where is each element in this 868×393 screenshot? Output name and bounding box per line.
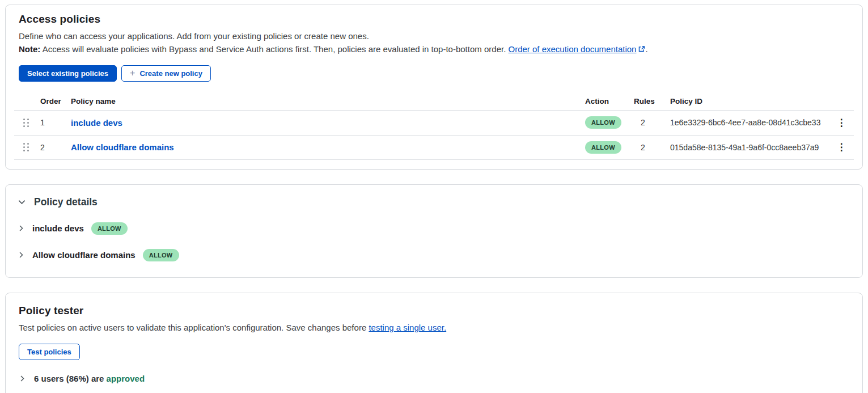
column-header-policy-id: Policy ID — [670, 97, 829, 105]
table-row: 1 include devs ALLOW 2 1e6e3329-6bc6-4ee… — [14, 110, 854, 135]
column-header-action: Action — [585, 97, 634, 105]
policy-id-value: 015da58e-8135-49a1-9a6f-0cc8aeeb37a9 — [670, 143, 829, 152]
select-existing-policies-button[interactable]: Select existing policies — [19, 65, 117, 82]
tester-result-row[interactable]: 6 users (86%) are approved — [19, 374, 854, 383]
create-new-policy-label: Create new policy — [139, 70, 202, 77]
test-policies-button[interactable]: Test policies — [19, 344, 80, 360]
policy-detail-row[interactable]: include devs ALLOW — [18, 222, 854, 235]
action-badge: ALLOW — [143, 249, 179, 261]
policy-details-card: Policy details include devs ALLOW Allow … — [5, 184, 863, 278]
rules-count: 2 — [634, 118, 670, 127]
external-link-icon — [638, 43, 645, 56]
access-policies-note: Note: Access will evaluate policies with… — [19, 43, 854, 56]
order-value: 2 — [40, 143, 71, 152]
tester-toolbar: Test policies — [19, 344, 854, 360]
policy-detail-name: Allow cloudflare domains — [32, 250, 136, 260]
policies-table: Order Policy name Action Rules Policy ID… — [14, 93, 854, 160]
policies-table-header: Order Policy name Action Rules Policy ID — [14, 93, 854, 110]
chevron-right-icon — [18, 225, 25, 232]
access-policies-description: Define who can access your applications.… — [19, 29, 854, 43]
policy-tester-card: Policy tester Test policies on active us… — [5, 293, 863, 393]
order-value: 1 — [40, 118, 71, 127]
page-title: Access policies — [19, 13, 854, 26]
policy-details-toggle[interactable]: Policy details — [18, 196, 854, 208]
order-of-execution-link[interactable]: Order of execution documentation — [508, 44, 636, 54]
test-single-user-link[interactable]: testing a single user. — [369, 323, 446, 332]
create-new-policy-button[interactable]: +Create new policy — [121, 65, 211, 82]
note-suffix: . — [645, 44, 647, 54]
policy-name-link[interactable]: include devs — [71, 118, 585, 128]
action-badge: ALLOW — [91, 222, 128, 235]
access-policies-card: Access policies Define who can access yo… — [5, 5, 863, 170]
chevron-down-icon — [18, 198, 26, 206]
drag-handle-icon[interactable] — [23, 143, 30, 151]
policy-actions-toolbar: Select existing policies +Create new pol… — [19, 65, 854, 82]
note-text: Access will evaluate policies with Bypas… — [40, 44, 508, 54]
rules-count: 2 — [634, 143, 670, 152]
table-row: 2 Allow cloudflare domains ALLOW 2 015da… — [14, 135, 854, 160]
note-label: Note: — [19, 44, 40, 54]
column-header-order: Order — [40, 97, 71, 105]
policy-id-value: 1e6e3329-6bc6-4ee7-aa8e-08d41c3cbe33 — [670, 118, 829, 127]
result-text: 6 users (86%) are approved — [34, 374, 145, 383]
column-header-policy-name: Policy name — [71, 97, 585, 105]
policy-tester-description: Test policies on active users to validat… — [19, 321, 854, 334]
chevron-right-icon — [18, 251, 25, 259]
tester-description-text: Test policies on active users to validat… — [19, 323, 369, 332]
policy-detail-row[interactable]: Allow cloudflare domains ALLOW — [18, 249, 854, 261]
policy-name-link[interactable]: Allow cloudflare domains — [71, 142, 585, 152]
policy-tester-title: Policy tester — [19, 305, 854, 317]
row-menu-kebab-icon[interactable]: ⋮ — [829, 142, 854, 152]
drag-handle-icon[interactable] — [23, 119, 30, 127]
action-badge: ALLOW — [585, 116, 621, 129]
policy-details-title: Policy details — [34, 196, 98, 208]
status-approved-label: approved — [107, 374, 145, 383]
policy-detail-name: include devs — [32, 223, 84, 233]
action-badge: ALLOW — [585, 141, 621, 154]
row-menu-kebab-icon[interactable]: ⋮ — [829, 118, 854, 128]
column-header-rules: Rules — [634, 97, 670, 105]
chevron-right-icon — [19, 375, 26, 382]
